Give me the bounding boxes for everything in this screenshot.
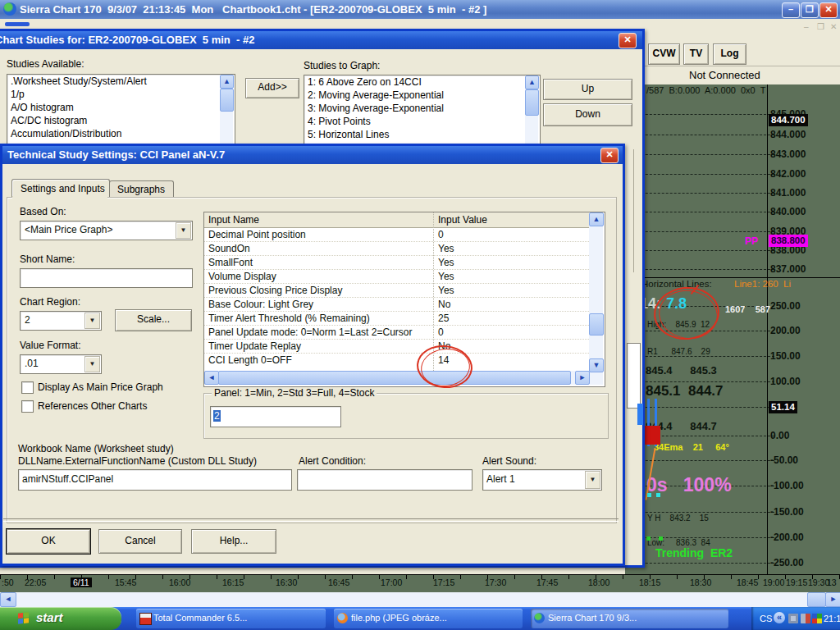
scroll-up-button[interactable]: ▲ — [589, 212, 604, 226]
input-name-cell: Base Colour: Light Grey — [208, 299, 313, 310]
value-format-combo[interactable]: .01 ▼ — [20, 354, 102, 374]
tv-button[interactable]: TV — [683, 43, 709, 65]
scroll-left-button[interactable]: ◄ — [204, 371, 219, 385]
time-label: 16:30 — [276, 578, 297, 587]
task-total-commander[interactable]: Total Commander 6.5... — [136, 609, 326, 628]
study-settings-close-icon[interactable]: ✕ — [600, 148, 619, 163]
table-h-scrollbar[interactable]: ◄ ► — [204, 371, 589, 385]
r1-line: R1 847.6 29 — [647, 347, 710, 356]
panel-input[interactable]: 2 — [210, 406, 341, 427]
scroll-down-button[interactable]: ▼ — [589, 358, 604, 372]
input-value-cell: 0 — [438, 326, 444, 338]
scroll-up-button[interactable]: ▲ — [525, 75, 539, 89]
list-item[interactable]: 1/p — [7, 88, 235, 101]
cancel-button[interactable]: Cancel — [98, 529, 182, 554]
mdi-restore-icon[interactable]: ❐ — [817, 22, 824, 31]
gridline — [625, 356, 774, 357]
table-row[interactable]: SmallFont Yes — [204, 255, 589, 270]
chevron-down-icon[interactable]: ▼ — [84, 313, 100, 329]
scroll-right-button[interactable]: ► — [825, 592, 840, 607]
scroll-thumb[interactable] — [807, 592, 826, 607]
time-label: :50 — [2, 578, 14, 587]
gridline — [625, 212, 774, 212]
tray-device-icon[interactable] — [788, 614, 798, 623]
combo-value: <Main Price Graph> — [25, 224, 112, 235]
combo-value: 2 — [25, 314, 30, 326]
candle-body — [644, 426, 652, 445]
task-firefox[interactable]: file.php (JPEG obráze... — [334, 609, 523, 628]
price-label: 842.000 — [770, 169, 806, 180]
table-row[interactable]: Timer Alert Threshold (% Remaining) 25 — [204, 311, 589, 326]
scroll-up-button[interactable]: ▲ — [220, 75, 234, 89]
task-label: file.php (JPEG obráze... — [351, 613, 447, 623]
chevron-down-icon[interactable]: ▼ — [176, 222, 191, 239]
list-item[interactable]: AC/DC histogram — [7, 114, 235, 127]
table-v-scrollbar[interactable]: ▲ ▼ — [589, 212, 603, 385]
list-item[interactable]: 4: Pivot Points — [304, 115, 540, 128]
restore-button[interactable]: ❐ — [801, 2, 819, 18]
references-other-checkbox[interactable] — [21, 400, 34, 413]
list-item[interactable]: 3: Moving Average-Exponential — [304, 102, 540, 115]
list-item[interactable]: .Worksheet Study/System/Alert — [7, 75, 235, 88]
scroll-thumb[interactable] — [525, 89, 539, 116]
log-button[interactable]: Log — [713, 43, 746, 65]
table-row[interactable]: Volume Display Yes — [204, 269, 589, 284]
pp-label: PP — [745, 235, 758, 247]
alert-condition-input[interactable] — [297, 469, 472, 491]
scroll-thumb[interactable] — [218, 371, 571, 385]
workbook-name-input[interactable]: amirNStuff.CCIPanel — [18, 469, 292, 491]
list-item[interactable]: A/O histogram — [7, 101, 235, 114]
chevron-down-icon[interactable]: ▼ — [585, 471, 600, 489]
start-button[interactable]: start — [0, 607, 121, 630]
mdi-close-icon[interactable]: ✕ — [830, 22, 837, 31]
table-row[interactable]: Base Colour: Light Grey No — [204, 297, 589, 312]
table-row[interactable]: Panel Update mode: 0=Norm 1=Last 2=Curso… — [204, 325, 589, 340]
tray-language-indicator[interactable]: CS — [760, 614, 772, 623]
table-row[interactable]: Previous Closing Price Display Yes — [204, 283, 589, 298]
mdi-minimize-icon[interactable]: – — [804, 22, 809, 31]
gridline — [625, 231, 774, 232]
tab-subgraphs[interactable]: Subgraphs — [109, 180, 174, 199]
short-name-input[interactable] — [20, 268, 193, 288]
add-study-button[interactable]: Add>> — [245, 78, 299, 98]
chart-region-combo[interactable]: 2 ▼ — [20, 311, 102, 331]
table-row[interactable]: CCI Length 0=OFF 14 — [204, 353, 589, 367]
scroll-left-button[interactable]: ◄ — [0, 592, 16, 607]
list-item[interactable]: Accumulation/Distribution — [7, 127, 235, 140]
list-item[interactable]: 5: Horizontal Lines — [304, 128, 540, 141]
table-row[interactable]: Decimal Point position 0 — [204, 227, 589, 242]
minimize-button[interactable]: – — [782, 2, 800, 18]
task-sierra-chart-active[interactable]: Sierra Chart 170 9/3... — [531, 609, 728, 628]
ok-button[interactable]: OK — [7, 529, 90, 554]
scroll-thumb[interactable] — [220, 89, 234, 112]
time-label: 19:00 — [763, 578, 784, 587]
study-dot — [647, 493, 651, 497]
move-down-button[interactable]: Down — [543, 103, 632, 126]
table-row[interactable]: Timer Update Replay No — [204, 339, 589, 354]
chevron-down-icon[interactable]: ▼ — [84, 356, 100, 372]
scroll-right-button[interactable]: ► — [575, 371, 590, 385]
based-on-combo[interactable]: <Main Price Graph> ▼ — [20, 221, 193, 240]
chart-studies-close-icon[interactable]: ✕ — [619, 33, 637, 48]
h-scrollbar[interactable]: ◄ ► — [0, 592, 840, 607]
tray-chevron-icon[interactable]: « — [774, 612, 785, 623]
move-up-button[interactable]: Up — [543, 79, 632, 100]
list-item[interactable]: 1: 6 Above Zero on 14CCI — [304, 75, 540, 89]
tab-merge-cover — [12, 196, 107, 199]
cvw-button[interactable]: CVW — [648, 43, 680, 65]
tray-app-icon[interactable] — [801, 614, 810, 623]
close-button[interactable]: ✕ — [819, 2, 838, 18]
display-as-main-checkbox[interactable] — [21, 381, 34, 394]
flag-quadrant — [24, 612, 29, 618]
status-row: Not Connected — [625, 66, 840, 85]
alert-sound-combo[interactable]: Alert 1 ▼ — [482, 469, 602, 491]
scroll-thumb[interactable] — [589, 313, 604, 336]
list-item[interactable]: 2: Moving Average-Exponential — [304, 89, 540, 102]
scale-button[interactable]: Scale... — [115, 309, 192, 331]
help-button[interactable]: Help... — [191, 529, 276, 554]
tray-status-icon[interactable] — [812, 614, 822, 623]
cci-scale-label: 150.00 — [770, 351, 801, 362]
time-label: 17:00 — [381, 578, 402, 587]
table-row[interactable]: SoundOn Yes — [204, 241, 589, 256]
input-value-cell: Yes — [438, 243, 454, 254]
